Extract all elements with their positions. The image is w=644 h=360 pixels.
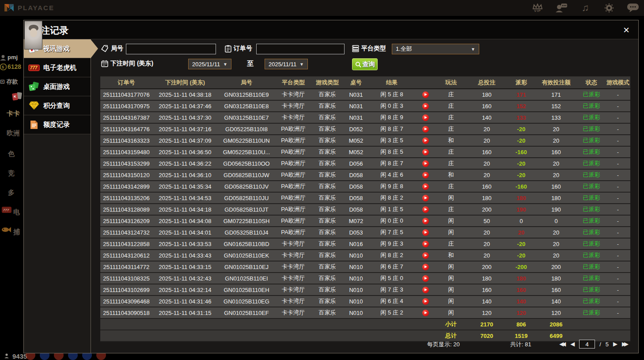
col-total-bet: 总投注 (466, 76, 508, 89)
cell-replay (415, 123, 436, 135)
cell-payout: 120 (508, 307, 535, 318)
deposit-button[interactable]: ⊡ 存款 (0, 78, 18, 86)
cell-status: 已派彩 (577, 296, 606, 307)
customer-service-icon[interactable] (555, 1, 568, 15)
sidebar-item-slots[interactable]: 777 电子老虎机 (24, 58, 91, 77)
cell-order-id: 251111043142899 (100, 181, 152, 192)
date-from-select[interactable]: 2025/11/11 ▼ (188, 59, 231, 69)
vip-icon[interactable]: VIP (531, 1, 544, 15)
cell-valid-bet: 133 (535, 112, 577, 123)
settings-gear-icon[interactable] (602, 1, 616, 15)
replay-play-icon[interactable] (422, 160, 429, 167)
cell-order-id: 251111043090518 (100, 307, 152, 318)
cell-bet-type: 庄 (436, 146, 466, 158)
cell-payout: 171 (508, 89, 535, 100)
table-body: 2511110431770762025-11-11 04:38:18GN0312… (100, 89, 630, 318)
last-page-icon[interactable]: ▶▶ (622, 339, 629, 349)
table-header-row: 订单号 下注时间 (美东) 局号 平台类型 游戏类型 桌号 结果 玩法 总投注 … (100, 76, 630, 89)
cell-round: GN01625B110BD (218, 238, 275, 250)
cell-replay (415, 238, 436, 250)
cell-game-type: 百家乐 (311, 169, 343, 181)
page-number-input[interactable] (579, 340, 595, 349)
cell-result: 闲 6 庄 7 (369, 261, 415, 273)
prev-page-icon[interactable]: ◀ (570, 339, 575, 349)
cell-total-bet: 20 (466, 227, 508, 238)
replay-play-icon[interactable] (422, 275, 429, 282)
sidebar-item-table-games[interactable]: 桌面游戏 (24, 77, 91, 96)
music-icon[interactable]: ♫ (579, 1, 592, 15)
replay-play-icon[interactable] (422, 218, 429, 224)
cell-order-id: 251111043150120 (100, 169, 152, 181)
replay-play-icon[interactable] (422, 195, 429, 201)
replay-play-icon[interactable] (422, 114, 429, 121)
cell-replay (415, 169, 436, 181)
lobby-nav-kaka[interactable]: 卡卡 (7, 110, 20, 118)
cell-game-mode: - (606, 146, 630, 158)
cell-platform: 卡卡湾厅 (275, 100, 311, 112)
cell-status: 已派彩 (577, 307, 606, 318)
cell-order-id: 251111043135206 (100, 192, 152, 204)
cell-payout: 140 (508, 296, 535, 307)
platform-type-select[interactable]: 1.全部 ▼ (392, 44, 479, 54)
cell-platform: 卡卡湾厅 (275, 89, 311, 100)
replay-play-icon[interactable] (422, 264, 429, 270)
dialog-sidebar: 9K♥ 视讯游戏 777 电子老虎机 桌面游戏 积分查询 额度记 (24, 39, 91, 353)
platform-type-value: 1.全部 (396, 45, 412, 53)
chat-icon[interactable] (626, 1, 640, 15)
cell-game-mode: - (606, 192, 630, 204)
cell-table-no: D052 (343, 123, 369, 135)
sidebar-item-credit-records[interactable]: 额度记录 (24, 115, 91, 134)
lobby-nav-duo[interactable]: 多 (8, 189, 15, 197)
lobby-nav-jing[interactable]: 竞 (8, 169, 15, 178)
replay-play-icon[interactable] (422, 172, 429, 178)
query-button[interactable]: 查询 (352, 58, 378, 70)
first-page-icon[interactable]: ◀◀ (559, 339, 566, 349)
cell-payout: -20 (508, 250, 535, 261)
cell-total-bet: 160 (466, 100, 508, 112)
cell-bet-time: 2025-11-11 04:38:18 (152, 89, 218, 100)
replay-play-icon[interactable] (422, 287, 429, 293)
cell-total-bet: 140 (466, 296, 508, 307)
cell-table-no: N031 (343, 100, 369, 112)
replay-play-icon[interactable] (422, 229, 429, 236)
cell-game-mode: - (606, 250, 630, 261)
replay-play-icon[interactable] (422, 137, 429, 144)
date-to-select[interactable]: 2025/11/11 ▼ (265, 59, 308, 69)
close-icon[interactable]: × (620, 23, 633, 37)
replay-play-icon[interactable] (422, 183, 429, 190)
cell-valid-bet: 180 (535, 192, 577, 204)
replay-play-icon[interactable] (422, 252, 429, 259)
cell-platform: PA欧洲厅 (275, 135, 311, 146)
brand-logo[interactable]: PLAYACE (4, 2, 54, 13)
sidebar-item-label: 积分查询 (43, 102, 70, 110)
replay-play-icon[interactable] (422, 241, 429, 247)
lobby-nav-se[interactable]: 色 (8, 150, 15, 158)
cell-order-id: 251111043164776 (100, 123, 152, 135)
replay-play-icon[interactable] (422, 91, 429, 98)
cell-platform: PA欧洲厅 (275, 181, 311, 192)
cell-payout: -20 (508, 123, 535, 135)
replay-play-icon[interactable] (422, 126, 429, 133)
next-page-icon[interactable]: ▶ (613, 339, 617, 349)
cell-valid-bet: 140 (535, 296, 577, 307)
cell-payout: -160 (508, 181, 535, 192)
lobby-nav-europe[interactable]: 欧洲 (7, 129, 20, 137)
replay-play-icon[interactable] (422, 149, 429, 155)
cell-bet-time: 2025-11-11 04:37:16 (152, 123, 218, 135)
cell-replay (415, 204, 436, 215)
replay-play-icon[interactable] (422, 103, 429, 110)
cell-table-no: D058 (343, 169, 369, 181)
replay-play-icon[interactable] (422, 298, 429, 305)
round-number-input[interactable] (126, 44, 216, 54)
sidebar-item-points[interactable]: 积分查询 (24, 96, 91, 115)
lobby-nav-fishing[interactable]: 捕 (13, 228, 20, 236)
order-number-input[interactable] (256, 44, 345, 54)
table-row: 2511110431501202025-11-11 04:36:10GD0582… (100, 169, 630, 181)
lobby-nav-dianzi[interactable]: 电 (13, 208, 20, 216)
query-button-label: 查询 (363, 61, 375, 68)
cell-order-id: 251111043096468 (100, 296, 152, 307)
col-table-no: 桌号 (343, 76, 369, 89)
replay-play-icon[interactable] (422, 310, 429, 316)
cell-total-bet: 20 (466, 158, 508, 169)
replay-play-icon[interactable] (422, 206, 429, 213)
